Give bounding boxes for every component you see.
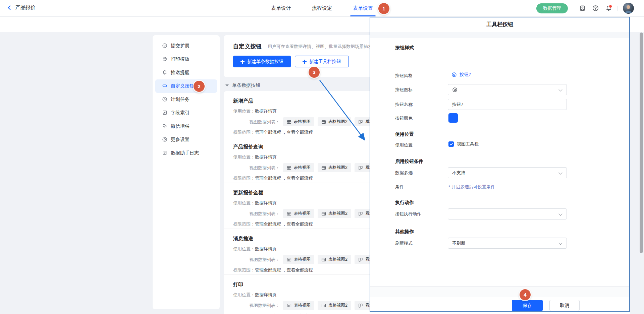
printer-icon: [162, 56, 167, 63]
button-icon-select[interactable]: [448, 84, 567, 95]
check-circle-icon: [162, 43, 167, 49]
view-chip: 表格视图: [283, 255, 314, 264]
sidebar-item-push-reminder[interactable]: 推送提醒: [155, 66, 217, 79]
double-circle-icon: [162, 137, 167, 143]
sidebar-item-scheduled-task[interactable]: 计划任务: [155, 93, 217, 106]
annotation-step-1: 1: [378, 3, 389, 14]
condition-note: * 开启多选后可设置条件: [448, 184, 495, 190]
row-label: 使用位置：: [233, 154, 255, 160]
style-section-heading: 按钮样式: [395, 45, 414, 51]
button-action-label: 按钮执行动作: [395, 211, 421, 217]
back-group[interactable]: 产品报价: [7, 0, 36, 16]
row-value: 管理全部流程 ，查看全部流程: [255, 176, 313, 181]
sidebar-item-label: 计划任务: [171, 97, 190, 103]
cancel-button[interactable]: 取消: [549, 300, 580, 311]
sidebar-item-label: 更多设置: [171, 137, 190, 143]
other-section-heading: 其他操作: [395, 229, 414, 235]
sidebar-item-label: 微信增强: [171, 123, 190, 129]
notification-icon[interactable]: [604, 4, 612, 12]
sidebar-item-more-settings[interactable]: 更多设置: [155, 133, 217, 146]
view-chip: 表格视图2: [318, 117, 351, 126]
table-icon: [287, 120, 291, 124]
footer-strip: [370, 287, 629, 297]
caret-down-icon: [225, 84, 229, 86]
wechat-icon: [162, 123, 167, 130]
sidebar-item-print-template[interactable]: 打印模版: [155, 53, 217, 66]
row-value: 数据详情页: [255, 154, 277, 160]
chip-label: 表格视图: [294, 119, 311, 125]
tab-flow-setting[interactable]: 流程设定: [311, 0, 333, 16]
sidebar-item-field-index[interactable]: 字段索引: [155, 106, 217, 120]
clock-icon: [162, 97, 167, 103]
table-icon: [287, 211, 291, 216]
notification-dot: [609, 5, 612, 8]
button-action-dropdown[interactable]: [448, 208, 567, 219]
annotation-step-3: 3: [309, 67, 320, 78]
view-chip: 表格视图: [283, 301, 314, 310]
view-chip: 表格视图2: [318, 163, 351, 172]
divider: [618, 6, 618, 11]
create-toolbar-button[interactable]: 新建工具栏按钮: [295, 56, 349, 67]
data-manage-button[interactable]: 数据管理: [536, 3, 568, 13]
button-color-swatch[interactable]: [448, 113, 458, 123]
tab-form-settings[interactable]: 表单设置: [352, 0, 374, 16]
view-toolbar-checkbox-row: 视图工具栏: [448, 141, 479, 147]
contacts-icon[interactable]: [578, 4, 586, 12]
view-chip: 表格视图: [283, 117, 314, 126]
sidebar-item-custom-button[interactable]: 自定义按钮: [155, 79, 217, 93]
button-oval-icon: [162, 83, 167, 89]
sidebar-item-label: 提交扩展: [171, 43, 190, 49]
page-scrollbar-thumb[interactable]: [640, 33, 643, 253]
table-icon: [321, 257, 326, 262]
chevron-left-icon[interactable]: [7, 5, 12, 12]
row-value: 数据详情页: [255, 246, 277, 251]
view-chip: 表格视图2: [318, 209, 351, 218]
avatar[interactable]: [623, 3, 634, 14]
sidebar-item-submit-extension[interactable]: 提交扩展: [155, 39, 217, 53]
field-index-icon: [162, 110, 167, 116]
chip-label: 表格视图: [294, 257, 311, 262]
checkbox-checked-icon[interactable]: [448, 141, 454, 147]
use-position-label: 使用位置: [395, 142, 413, 148]
dropdown-value: 不支持: [452, 170, 465, 176]
row-value: 数据详情页: [255, 292, 277, 297]
create-single-data-button[interactable]: 新建单条数据按钮: [233, 56, 291, 67]
button-name-input[interactable]: [448, 99, 567, 110]
save-button[interactable]: 保存: [512, 300, 543, 311]
kanban-icon: [358, 211, 363, 216]
single-data-button-section-toggle[interactable]: 单条数据按钮: [225, 81, 260, 90]
row-label: 视图数据列表：: [249, 119, 280, 125]
sidebar-item-label: 字段索引: [171, 110, 190, 116]
sidebar-item-data-assistant-log[interactable]: 数据助手日志: [155, 146, 217, 160]
button-name-label: 按钮名称: [395, 102, 413, 108]
refresh-mode-dropdown[interactable]: 不刷新: [448, 238, 567, 249]
condition-label: 条件: [395, 184, 404, 190]
document-log-icon: [162, 150, 167, 156]
row-label: 视图数据列表：: [249, 165, 280, 171]
annotation-step-4: 4: [520, 289, 531, 300]
row-value: 数据详情页: [255, 109, 277, 114]
view-chip: 表格视图2: [318, 301, 351, 310]
target-icon: [451, 72, 457, 77]
refresh-mode-label: 刷新模式: [395, 240, 413, 246]
divider: [573, 6, 573, 11]
plus-icon: [240, 60, 245, 64]
topbar-right-group: 数据管理: [536, 0, 634, 16]
tab-form-design[interactable]: 表单设计: [270, 0, 292, 16]
top-navigation-bar: 产品报价 表单设计 流程设定 表单设置 数据管理: [0, 0, 644, 17]
help-icon[interactable]: [591, 4, 599, 12]
table-icon: [287, 166, 291, 170]
button-icon-label: 按钮图标: [395, 87, 413, 93]
row-label: 使用位置：: [233, 200, 255, 205]
table-icon: [287, 303, 291, 308]
button-label: 新建工具栏按钮: [309, 59, 341, 65]
row-label: 使用位置：: [233, 292, 255, 297]
plus-icon: [303, 60, 307, 64]
multi-select-dropdown[interactable]: 不支持: [448, 167, 567, 178]
multi-select-label: 数据多选: [395, 170, 413, 176]
button-style-preview[interactable]: 按钮7: [451, 72, 471, 78]
row-value: 管理全部流程 ，查看全部流程: [255, 130, 313, 135]
row-label: 视图数据列表：: [249, 257, 280, 263]
sidebar-item-wechat-enhance[interactable]: 微信增强: [155, 120, 217, 133]
settings-sidebar: 提交扩展 打印模版 推送提醒 自定义按钮 计划任务 字段索引 微信增强 更多设置…: [153, 35, 220, 309]
